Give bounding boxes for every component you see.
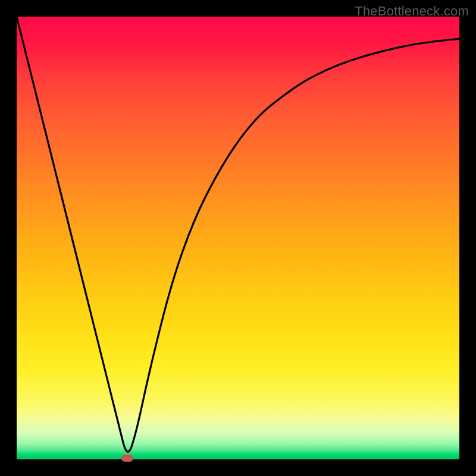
plot-area (17, 17, 459, 459)
chart-frame: TheBottleneck.com (0, 0, 476, 476)
min-marker (121, 455, 133, 462)
bottleneck-curve (17, 17, 459, 459)
watermark-text: TheBottleneck.com (355, 4, 469, 19)
